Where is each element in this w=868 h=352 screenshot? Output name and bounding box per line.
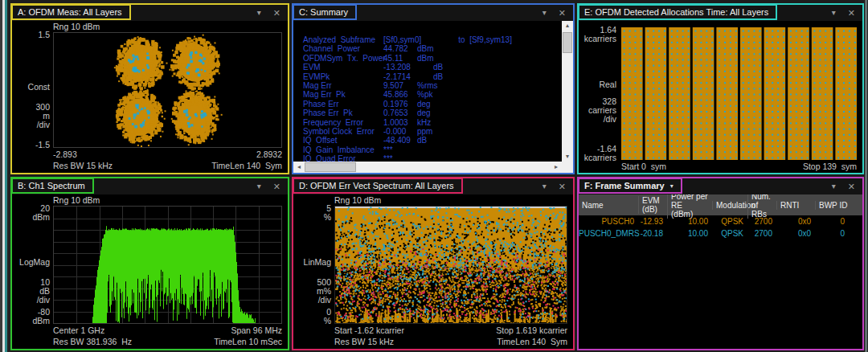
panel-f-title-tab[interactable]: F: Frame Summary ▾ — [578, 178, 682, 194]
scroll-up-icon[interactable]: ▴ — [562, 21, 573, 31]
panel-c: C: Summary ▾ ✕ Analyzed Subframe[Sf0,sym… — [292, 3, 575, 174]
summary-val: 44.782 — [383, 44, 411, 53]
table-row[interactable]: PUSCH0_DMRS-20.1810.00QPSK27000x00 — [579, 227, 862, 239]
summary-row: Phase Err0.1976deg — [303, 100, 562, 108]
footer-left-label: Res BW 15 kHz — [334, 337, 394, 346]
summary-row: Frequency Error1.0003kHz — [303, 118, 562, 127]
y-axis-scale-label: 328 carriers /div — [579, 97, 616, 124]
panel-f-title: F: Frame Summary — [584, 181, 665, 190]
y-axis-format-label: LinMag — [293, 258, 331, 267]
panel-a-title: A: OFDM Meas: All Layers — [18, 7, 122, 17]
spectrum-plot[interactable] — [53, 206, 282, 324]
summary-label: Channel Power — [303, 44, 383, 53]
y-axis-bottom-label: -1.5 — [12, 141, 50, 149]
table-header-cell: BWP ID — [815, 201, 849, 210]
panel-e-title-tab[interactable]: E: OFDM Detected Allocations Time: All L… — [578, 4, 777, 20]
panel-grid: A: OFDM Meas: All Layers ▾ ✕ Rng 10 dBm … — [10, 3, 864, 350]
y-axis-top-label: 20 dBm — [12, 204, 50, 222]
close-icon[interactable]: ✕ — [273, 182, 280, 190]
scroll-right-icon[interactable]: ▸ — [551, 162, 562, 172]
x-axis-left-label: -2.893 — [53, 149, 77, 159]
panel-d-titlebar[interactable]: D: OFDM Err Vect Spectrum: All Layers ▾ … — [293, 178, 573, 194]
window-edge-right[interactable] — [864, 0, 868, 352]
panel-a-titlebar[interactable]: A: OFDM Meas: All Layers ▾ ✕ — [12, 5, 288, 21]
table-header-row: NameEVM (dB)Power per RE (dBm)Modulation… — [579, 194, 862, 215]
summary-unit: deg — [417, 100, 431, 108]
table-cell: QPSK — [712, 229, 747, 238]
table-cell: QPSK — [712, 217, 747, 226]
summary-val: *** — [383, 145, 411, 154]
dropdown-caret-icon[interactable]: ▾ — [670, 182, 674, 190]
summary-body: Analyzed Subframe[Sf0,sym0]to [Sf9,sym13… — [293, 21, 573, 173]
table-cell: 0 — [815, 229, 849, 238]
constellation-plot[interactable] — [53, 32, 282, 148]
close-icon[interactable]: ✕ — [559, 9, 566, 17]
chevron-down-icon[interactable]: ▾ — [542, 9, 547, 17]
x-axis-right-label: Stop 139 sym — [803, 162, 857, 171]
table-cell: 0x0 — [776, 217, 815, 226]
panel-b-title-tab[interactable]: B: Ch1 Spectrum — [11, 178, 94, 194]
panel-e-titlebar[interactable]: E: OFDM Detected Allocations Time: All L… — [579, 5, 862, 21]
summary-unit: %rms — [417, 81, 438, 90]
close-icon[interactable]: ✕ — [559, 182, 566, 190]
chevron-down-icon[interactable]: ▾ — [257, 9, 261, 17]
vsa-application-window: A: OFDM Meas: All Layers ▾ ✕ Rng 10 dBm … — [0, 0, 868, 352]
table-cell: PUSCH0_DMRS — [579, 229, 638, 238]
x-axis-left-label: Center 1 GHz — [53, 325, 104, 335]
summary-val: -2.1714 — [383, 72, 411, 81]
summary-val: [Sf0,sym0] — [383, 35, 421, 44]
summary-row: OFDMSym Tx. Power45.11dBm — [303, 54, 562, 63]
chevron-down-icon[interactable]: ▾ — [832, 9, 836, 17]
summary-unit: deg — [417, 108, 431, 117]
chevron-down-icon[interactable]: ▾ — [257, 182, 261, 190]
panel-b-titlebar[interactable]: B: Ch1 Spectrum ▾ ✕ — [12, 178, 288, 194]
summary-unit: %pk — [417, 90, 432, 99]
close-icon[interactable]: ✕ — [848, 182, 855, 190]
frame-summary-table: NameEVM (dB)Power per RE (dBm)Modulation… — [579, 194, 862, 349]
scroll-down-icon[interactable]: ▾ — [562, 152, 573, 162]
table-row[interactable]: PUSCH0-12.9310.00QPSK27000x00 — [579, 215, 862, 227]
panel-c-title-tab[interactable]: C: Summary — [293, 4, 357, 20]
x-axis-right-label: Stop 1.619 kcarrier — [496, 325, 567, 335]
chevron-down-icon[interactable]: ▾ — [542, 182, 547, 190]
horizontal-scrollbar[interactable]: ◂ ▸ — [293, 162, 562, 173]
vertical-scrollbar-thumb[interactable] — [563, 32, 572, 53]
table-header-cell: RNTI — [776, 201, 815, 210]
summary-label: IQ Offset — [303, 136, 383, 145]
table-cell: -20.18 — [638, 229, 667, 238]
summary-label: Phase Err Pk — [303, 108, 383, 117]
summary-label: EVM — [303, 63, 383, 72]
close-icon[interactable]: ✕ — [848, 9, 855, 17]
footer-right-label: TimeLen 140 Sym — [211, 161, 282, 170]
panel-f-titlebar[interactable]: F: Frame Summary ▾ ▾ ✕ — [579, 178, 862, 194]
close-icon[interactable]: ✕ — [273, 9, 280, 17]
x-axis-right-label: Span 96 MHz — [231, 325, 282, 335]
summary-row: EVMPk-2.1714dB — [303, 72, 562, 81]
window-edge-left[interactable] — [0, 0, 10, 352]
table-cell: 0x0 — [776, 229, 815, 238]
summary-label: Symbol Clock Error — [303, 127, 383, 136]
summary-label: EVMPk — [303, 72, 383, 81]
allocations-plot[interactable] — [621, 27, 857, 160]
x-axis-left-label: Start 0 sym — [621, 162, 666, 171]
range-label: Rng 10 dBm — [53, 22, 100, 31]
summary-row: Symbol Clock Error-0.000ppm — [303, 127, 562, 136]
y-axis-bottom-label: -80 dBm — [12, 308, 50, 325]
summary-val: 0.1976 — [383, 100, 411, 108]
summary-label: Mag Err — [303, 81, 383, 90]
summary-val: 0.7653 — [383, 108, 411, 117]
summary-unit: dBm — [417, 44, 434, 53]
panel-d-title-tab[interactable]: D: OFDM Err Vect Spectrum: All Layers — [293, 178, 463, 194]
panel-c-titlebar[interactable]: C: Summary ▾ ✕ — [293, 5, 573, 21]
summary-val: -48.409 — [383, 136, 411, 145]
chevron-down-icon[interactable]: ▾ — [832, 182, 836, 190]
panel-f: F: Frame Summary ▾ ▾ ✕ NameEVM (dB)Power… — [577, 177, 864, 350]
panel-a-title-tab[interactable]: A: OFDM Meas: All Layers — [11, 4, 131, 20]
scroll-left-icon[interactable]: ◂ — [293, 162, 305, 172]
error-vector-plot[interactable] — [334, 206, 567, 324]
y-axis-format-label: Const — [12, 83, 50, 92]
vertical-scrollbar[interactable]: ▴ ▾ — [562, 21, 573, 162]
panel-b: B: Ch1 Spectrum ▾ ✕ Rng 10 dBm 20 dBm Lo… — [10, 177, 289, 350]
table-cell: 2700 — [747, 229, 776, 238]
horizontal-scrollbar-thumb[interactable] — [305, 162, 356, 172]
